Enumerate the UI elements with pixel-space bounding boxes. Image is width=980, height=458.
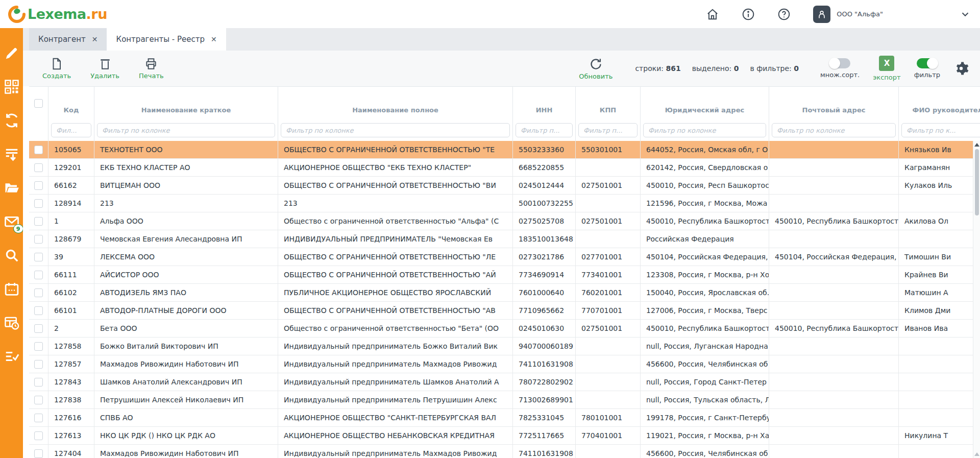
table-row[interactable]: 129201ЕКБ ТЕХНО КЛАСТЕР АОАКЦИОНЕРНОЕ ОБ… [29, 159, 980, 177]
filter-input-fio[interactable] [901, 123, 980, 137]
excel-export[interactable]: X экспорт [873, 56, 900, 81]
scrollbar-up-arrow[interactable] [974, 143, 979, 147]
excel-export-button[interactable]: X [879, 56, 894, 71]
filter-toggle[interactable]: фильтр [914, 58, 940, 79]
new-document-icon [50, 57, 63, 70]
row-checkbox[interactable] [34, 288, 43, 297]
row-checkbox[interactable] [34, 306, 43, 315]
column-header-short_name[interactable]: Наименование краткое [141, 106, 231, 115]
column-header-full_name[interactable]: Наименование полное [352, 106, 438, 115]
filter-input-short_name[interactable] [97, 123, 275, 137]
table-row[interactable]: 127613НКО ЦК РДК () НКО ЦК РДК АОАКЦИОНЕ… [29, 427, 980, 445]
column-header-code[interactable]: Код [63, 106, 79, 115]
toggle-off-switch[interactable] [830, 58, 850, 68]
cell-kpp: 027701001 [576, 248, 641, 266]
row-checkbox[interactable] [34, 396, 43, 404]
tab-kontragent[interactable]: Контрагент ✕ [29, 28, 107, 51]
row-checkbox[interactable] [34, 163, 43, 172]
toggle-on-switch[interactable] [917, 58, 937, 68]
search-icon[interactable] [4, 248, 19, 263]
home-icon[interactable] [706, 8, 719, 21]
chevron-down-icon[interactable] [960, 9, 971, 20]
user-name[interactable]: ООО "Альфа" [837, 10, 883, 18]
row-checkbox[interactable] [34, 199, 43, 208]
table-row[interactable]: 1Альфа ООООбщество с ограниченной ответс… [29, 212, 980, 230]
sync-icon[interactable] [4, 113, 19, 128]
row-checkbox[interactable] [34, 146, 43, 154]
vertical-scrollbar[interactable] [973, 141, 980, 458]
filter-input-kpp[interactable] [578, 123, 638, 137]
table-row[interactable]: 127616СПВБ АОАКЦИОНЕРНОЕ ОБЩЕСТВО "САНКТ… [29, 409, 980, 427]
row-checkbox[interactable] [34, 449, 43, 458]
table-row[interactable]: 127838Петрушишин Алексей Николаевич ИПИн… [29, 391, 980, 409]
cell-short_name: Шамков Анатолий Александрович ИП [94, 373, 278, 391]
delete-button[interactable]: Удалить [85, 51, 125, 86]
cell-legal_address: null, Россия, Луганская Народна [641, 338, 769, 355]
row-checkbox[interactable] [34, 181, 43, 190]
user-avatar[interactable] [813, 6, 830, 23]
multisort-toggle[interactable]: множ.сорт. [820, 58, 860, 79]
calendar-icon[interactable] [4, 281, 19, 297]
help-icon[interactable] [777, 8, 791, 21]
table-row[interactable]: 39ЛЕКСЕМА ООООБЩЕСТВО С ОГРАНИЧЕННОЙ ОТВ… [29, 248, 980, 266]
table-row[interactable]: 127858Божко Виталий Викторович ИПИндивид… [29, 338, 980, 355]
edit-pencil-icon[interactable] [4, 45, 19, 61]
mail-icon[interactable]: 9 [4, 214, 19, 229]
row-checkbox[interactable] [34, 217, 43, 226]
table-row[interactable]: 127843Шамков Анатолий Александрович ИПИн… [29, 373, 980, 391]
cell-short_name: Божко Виталий Викторович ИП [94, 338, 278, 355]
table-row[interactable]: 2Бета ООООбщество с ограниченной ответст… [29, 320, 980, 338]
info-icon[interactable] [742, 8, 755, 21]
row-checkbox[interactable] [34, 235, 43, 244]
qr-code-icon[interactable] [4, 79, 19, 94]
row-checkbox[interactable] [34, 360, 43, 369]
table-row[interactable]: 127857Махмадов Ривожидин Наботович ИПИнд… [29, 355, 980, 373]
select-all-checkbox[interactable] [34, 99, 43, 108]
row-checkbox[interactable] [34, 342, 43, 351]
filter-input-legal_address[interactable] [643, 123, 766, 137]
print-button[interactable]: Печать [134, 51, 169, 86]
export-label: экспорт [873, 74, 900, 81]
column-header-postal_address[interactable]: Почтовый адрес [802, 106, 866, 115]
row-checkbox[interactable] [34, 324, 43, 333]
filter-input-inn[interactable] [516, 123, 573, 137]
scrollbar-bottom-arrow[interactable] [974, 452, 979, 456]
gear-icon[interactable] [953, 61, 969, 76]
scrollbar-thumb[interactable] [975, 149, 979, 215]
refresh-button[interactable]: Обновить [574, 57, 618, 80]
cell-code: 127858 [48, 338, 94, 355]
tab-close-icon[interactable]: ✕ [92, 36, 98, 43]
column-header-legal_address[interactable]: Юридический адрес [665, 106, 744, 115]
column-header-inn[interactable]: ИНН [536, 106, 553, 115]
column-header-kpp[interactable]: КПП [600, 106, 616, 115]
table-row[interactable]: 66111АЙСИСТОР ООООБЩЕСТВО С ОГРАНИЧЕННОЙ… [29, 266, 980, 284]
filter-input-code[interactable] [51, 123, 91, 137]
lexema-logo[interactable]: Lexema.ru [7, 5, 107, 24]
row-checkbox[interactable] [34, 378, 43, 387]
table-row[interactable]: 128914213213500100732255121596, Россия, … [29, 195, 980, 212]
filter-input-postal_address[interactable] [772, 123, 896, 137]
table-row[interactable]: 105065ТЕХНОТЕНТ ООООБЩЕСТВО С ОГРАНИЧЕНН… [29, 141, 980, 159]
row-checkbox[interactable] [34, 271, 43, 279]
cell-postal_address: 450010, Республика Башкортост [769, 212, 899, 230]
tab-close-icon[interactable]: ✕ [211, 36, 217, 43]
list-download-icon[interactable] [4, 147, 19, 162]
create-button[interactable]: Создать [37, 51, 76, 86]
table-row[interactable]: 66102АВТОДИЗЕЛЬ ЯМЗ ПАОПУБЛИЧНОЕ АКЦИОНЕ… [29, 284, 980, 302]
folder-open-icon[interactable] [4, 180, 19, 196]
column-header-fio[interactable]: ФИО руководителя [913, 106, 980, 115]
table-row[interactable]: 66162ВИТЦЕМАН ООООБЩЕСТВО С ОГРАНИЧЕННОЙ… [29, 177, 980, 195]
table-row[interactable]: 66101АВТОДОР-ПЛАТНЫЕ ДОРОГИ ООООБЩЕСТВО … [29, 302, 980, 320]
table-row[interactable]: 127404Махмадов Ривожидин Наботович ИПИнд… [29, 445, 980, 458]
row-checkbox[interactable] [34, 431, 43, 440]
table-row[interactable]: 128679Чемовская Евгения Алесандровна ИПИ… [29, 230, 980, 248]
filter-input-full_name[interactable] [281, 123, 510, 137]
checklist-icon[interactable] [4, 349, 19, 364]
report-table-clock-icon[interactable] [4, 315, 19, 330]
row-checkbox[interactable] [34, 414, 43, 422]
cell-code: 127616 [48, 409, 94, 426]
cell-legal_address: 199178, Россия, г Санкт-Петербу [641, 409, 769, 426]
row-checkbox[interactable] [34, 253, 43, 261]
tab-kontragenty-reestr[interactable]: Контрагенты - Реестр ✕ [107, 28, 226, 51]
cell-kpp [576, 338, 641, 355]
